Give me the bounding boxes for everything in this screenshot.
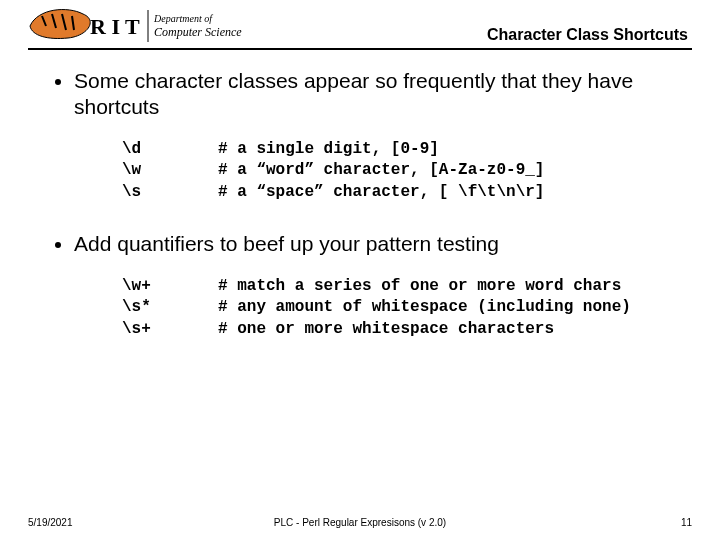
code-block-1: \d # a single digit, [0-9] \w # a “word”… [122, 139, 690, 204]
code-row: \s* # any amount of whitespace (includin… [122, 297, 690, 319]
slide-header: R I T Department of Computer Science Cha… [28, 6, 692, 50]
code-comment: # one or more whitespace characters [218, 319, 554, 341]
code-token: \d [122, 139, 218, 161]
footer-middle: PLC - Perl Regular Expresisons (v 2.0) [28, 517, 692, 528]
code-comment: # any amount of whitespace (including no… [218, 297, 631, 319]
slide: R I T Department of Computer Science Cha… [0, 0, 720, 540]
code-row: \w+ # match a series of one or more word… [122, 276, 690, 298]
code-block-2: \w+ # match a series of one or more word… [122, 276, 690, 341]
code-row: \d # a single digit, [0-9] [122, 139, 690, 161]
logo-svg: R I T Department of Computer Science [28, 6, 258, 46]
logo-rit-text: R I T [90, 14, 140, 39]
bullet-2-text: Add quantifiers to beef up your pattern … [74, 232, 499, 255]
bullet-2: Add quantifiers to beef up your pattern … [74, 231, 690, 340]
code-token: \w [122, 160, 218, 182]
slide-content: Some character classes appear so frequen… [50, 68, 690, 368]
code-token: \w+ [122, 276, 218, 298]
code-comment: # a single digit, [0-9] [218, 139, 439, 161]
bullet-list: Some character classes appear so frequen… [50, 68, 690, 340]
code-comment: # a “space” character, [ \f\t\n\r] [218, 182, 544, 204]
rit-logo: R I T Department of Computer Science [28, 6, 258, 46]
logo-dept-line1: Department of [153, 13, 213, 24]
code-token: \s* [122, 297, 218, 319]
code-row: \s+ # one or more whitespace characters [122, 319, 690, 341]
code-row: \s # a “space” character, [ \f\t\n\r] [122, 182, 690, 204]
footer-page: 11 [681, 517, 692, 528]
code-token: \s [122, 182, 218, 204]
header-rule [28, 48, 692, 50]
bullet-1-text: Some character classes appear so frequen… [74, 69, 633, 118]
slide-title: Character Class Shortcuts [487, 26, 688, 44]
code-comment: # a “word” character, [A-Za-z0-9_] [218, 160, 544, 182]
logo-dept-line2: Computer Science [154, 25, 242, 39]
code-token: \s+ [122, 319, 218, 341]
code-comment: # match a series of one or more word cha… [218, 276, 621, 298]
code-row: \w # a “word” character, [A-Za-z0-9_] [122, 160, 690, 182]
bullet-1: Some character classes appear so frequen… [74, 68, 690, 203]
